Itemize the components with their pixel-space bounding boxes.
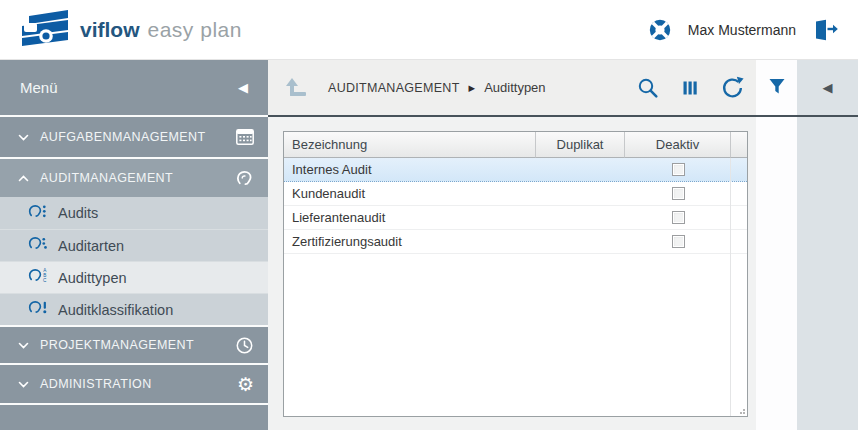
cell-deaktiv bbox=[625, 206, 731, 229]
deaktiv-checkbox[interactable] bbox=[672, 235, 685, 248]
right-panel-collapse-icon[interactable]: ◀ bbox=[823, 80, 833, 96]
cell-spacer bbox=[731, 158, 747, 181]
table-row[interactable]: Kundenaudit bbox=[284, 182, 747, 206]
calendar-grid-icon bbox=[236, 129, 254, 145]
column-header-spacer bbox=[731, 132, 747, 158]
refresh-icon[interactable] bbox=[721, 76, 744, 99]
gear-icon: ⚙ bbox=[237, 375, 254, 394]
breadcrumb-separator-icon: ▶ bbox=[469, 83, 476, 93]
sidebar-section-aufgabenmanagement[interactable]: AUFGABENMANAGEMENT bbox=[0, 117, 268, 157]
cell-spacer bbox=[731, 206, 747, 229]
sidebar-section-administration[interactable]: ADMINISTRATION ⚙ bbox=[0, 365, 268, 403]
sidebar-item-label: Audittypen bbox=[58, 270, 127, 286]
brand-suffix: easy plan bbox=[148, 18, 242, 41]
cell-deaktiv bbox=[625, 182, 731, 205]
audittypen-table: Bezeichnung Duplikat Deaktiv Internes Au… bbox=[283, 131, 748, 417]
cell-deaktiv bbox=[625, 158, 731, 181]
ear-dots-icon bbox=[27, 235, 48, 256]
logout-door-icon[interactable] bbox=[812, 19, 838, 41]
table-row[interactable]: Lieferantenaudit bbox=[284, 206, 747, 230]
up-level-icon[interactable] bbox=[284, 76, 310, 100]
sidebar: Menü ◀ AUFGABENMANAGEMENT AU bbox=[0, 60, 268, 430]
table-row[interactable]: Zertifizierungsaudit bbox=[284, 230, 747, 254]
column-header-bezeichnung[interactable]: Bezeichnung bbox=[284, 132, 536, 158]
brand-name: viflow bbox=[80, 18, 140, 41]
brand-logo: vifloweasy plan bbox=[20, 9, 242, 51]
ear-abc-icon: A B C bbox=[27, 267, 48, 288]
svg-text:C: C bbox=[43, 278, 47, 283]
cell-spacer bbox=[731, 230, 747, 253]
app-window: vifloweasy plan Max Mustermann bbox=[0, 0, 858, 430]
column-header-deaktiv[interactable]: Deaktiv bbox=[625, 132, 731, 158]
sidebar-item-label: Auditklassifikation bbox=[58, 302, 173, 318]
section-label: AUDITMANAGEMENT bbox=[40, 171, 235, 185]
clock-icon bbox=[235, 336, 254, 355]
sidebar-item-audittypen[interactable]: A B C Audittypen bbox=[0, 261, 268, 293]
sidebar-item-label: Auditarten bbox=[58, 238, 124, 254]
cell-bezeichnung: Internes Audit bbox=[284, 158, 536, 181]
sidebar-item-audits[interactable]: Audits bbox=[0, 197, 268, 229]
sidebar-section-auditmanagement[interactable]: AUDITMANAGEMENT bbox=[0, 159, 268, 197]
sidebar-menu-bar: Menü ◀ bbox=[0, 60, 268, 115]
section-label: PROJEKTMANAGEMENT bbox=[40, 338, 235, 352]
cell-duplikat bbox=[536, 158, 625, 181]
cell-duplikat bbox=[536, 182, 625, 205]
header-right: Max Mustermann bbox=[648, 18, 838, 42]
sidebar-filler bbox=[0, 403, 268, 430]
column-header-duplikat[interactable]: Duplikat bbox=[536, 132, 625, 158]
breadcrumb-current[interactable]: Audittypen bbox=[484, 80, 545, 95]
table-row[interactable]: Internes Audit bbox=[284, 158, 747, 182]
ear-icon bbox=[235, 169, 254, 188]
sidebar-collapse-icon[interactable]: ◀ bbox=[238, 80, 248, 95]
chevron-down-icon bbox=[18, 134, 29, 141]
section-label: AUFGABENMANAGEMENT bbox=[40, 130, 236, 144]
section-label: ADMINISTRATION bbox=[40, 377, 237, 391]
sidebar-item-auditarten[interactable]: Auditarten bbox=[0, 229, 268, 261]
sidebar-item-label: Audits bbox=[58, 205, 98, 221]
breadcrumb-parent[interactable]: AUDITMANAGEMENT bbox=[328, 81, 460, 95]
chevron-down-icon bbox=[18, 381, 29, 388]
filter-icon[interactable] bbox=[767, 77, 787, 99]
search-icon[interactable] bbox=[637, 77, 659, 99]
deaktiv-checkbox[interactable] bbox=[672, 163, 685, 176]
resize-grip[interactable] bbox=[737, 406, 746, 415]
chevron-down-icon bbox=[18, 342, 29, 349]
breadcrumb-toolbar: AUDITMANAGEMENT ▶ Audittypen bbox=[268, 60, 756, 115]
sidebar-item-auditklassifikation[interactable]: Auditklassifikation bbox=[0, 293, 268, 325]
deaktiv-checkbox[interactable] bbox=[672, 187, 685, 200]
viflow-logo-icon bbox=[20, 9, 70, 51]
brand-text: vifloweasy plan bbox=[80, 18, 242, 42]
table-header-row: Bezeichnung Duplikat Deaktiv bbox=[284, 132, 747, 158]
cell-spacer bbox=[731, 182, 747, 205]
cell-bezeichnung: Lieferantenaudit bbox=[284, 206, 536, 229]
scrollbar-track bbox=[730, 158, 731, 416]
sidebar-section-projektmanagement[interactable]: PROJEKTMANAGEMENT bbox=[0, 327, 268, 363]
cell-duplikat bbox=[536, 230, 625, 253]
app-header: vifloweasy plan Max Mustermann bbox=[0, 0, 858, 60]
ear-dots-vertical-icon bbox=[27, 203, 48, 224]
sidebar-title: Menü bbox=[20, 79, 58, 96]
cell-duplikat bbox=[536, 206, 625, 229]
cell-bezeichnung: Zertifizierungsaudit bbox=[284, 230, 536, 253]
chevron-up-icon bbox=[18, 175, 29, 182]
cell-bezeichnung: Kundenaudit bbox=[284, 182, 536, 205]
help-lifebuoy-icon[interactable] bbox=[648, 18, 672, 42]
ear-exclamation-icon bbox=[27, 299, 48, 320]
user-name[interactable]: Max Mustermann bbox=[688, 22, 796, 38]
deaktiv-checkbox[interactable] bbox=[672, 211, 685, 224]
toolbar-icons bbox=[637, 76, 744, 99]
cell-deaktiv bbox=[625, 230, 731, 253]
columns-icon[interactable] bbox=[681, 79, 699, 97]
